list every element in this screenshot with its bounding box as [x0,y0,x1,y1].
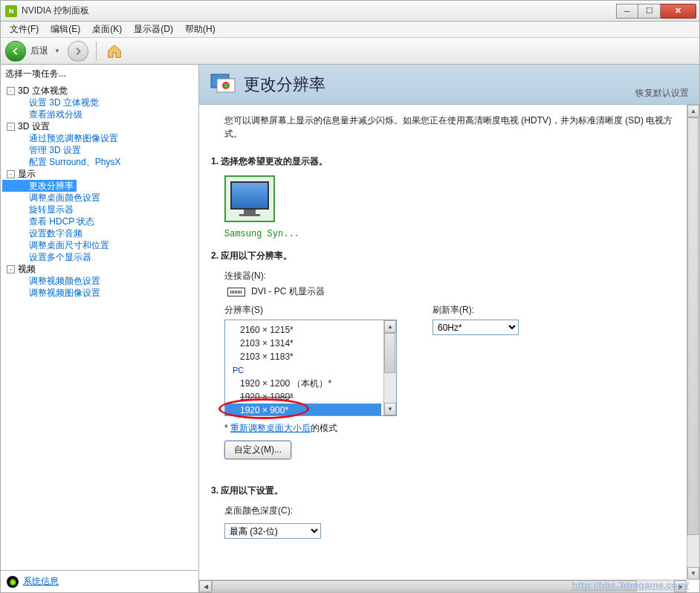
monitor-item[interactable] [224,175,275,222]
tree-leaf[interactable]: 通过预览调整图像设置 [2,132,198,144]
tree-branch-label: 视频 [18,263,36,275]
vscroll-up-icon[interactable]: ▲ [687,105,699,117]
color-depth-label: 桌面颜色深度(C): [224,505,686,517]
tree-toggle-icon[interactable]: - [7,123,15,131]
back-dropdown-icon[interactable]: ▼ [54,48,60,54]
tree-branch-label: 3D 设置 [18,120,50,132]
menu-file[interactable]: 文件(F) [5,22,43,37]
resolution-list[interactable]: ▲ ▼ 2160 × 1215*2103 × 1314*2103 × 1183*… [224,320,397,416]
tree-leaf[interactable]: 配置 Surround、PhysX [2,156,198,168]
tree-leaf[interactable]: 设置多个显示器 [2,251,198,263]
content-vertical-scrollbar[interactable]: ▲ ▼ [687,105,699,580]
tree-leaf[interactable]: 查看 HDCP 状态 [2,216,198,227]
vscroll-down-icon[interactable]: ▼ [687,567,699,580]
system-info-link[interactable]: 系统信息 [23,575,59,588]
note-prefix: * [224,423,230,433]
tree-leaf[interactable]: 管理 3D 设置 [2,144,198,156]
sidebar-title: 选择一项任务... [1,65,198,83]
tree-leaf[interactable]: 更改分辨率 [2,180,77,192]
refresh-rate-label: 刷新率(R): [432,305,474,315]
tree-leaf[interactable]: 旋转显示器 [2,204,198,216]
maximize-button[interactable]: ☐ [638,4,661,19]
resolution-item[interactable]: 1920 × 1200 （本机）* [225,377,396,390]
tree-branch[interactable]: -3D 立体视觉 [2,85,198,97]
toolbar: 后退 ▼ [0,37,700,65]
tree-branch[interactable]: -视频 [2,263,198,275]
resolution-item[interactable]: 1920 × 900* [225,404,381,416]
menu-bar: 文件(F) 编辑(E) 桌面(K) 显示器(D) 帮助(H) [0,22,700,37]
tree-toggle-icon[interactable]: - [7,170,15,178]
back-label: 后退 [30,45,48,57]
nvidia-badge-icon: ◉ [7,576,19,588]
resolution-item[interactable]: 2160 × 1215* [225,323,396,337]
resolution-label: 分辨率(S) [224,305,263,315]
scroll-down-icon[interactable]: ▼ [384,403,396,415]
task-tree: -3D 立体视觉设置 3D 立体视觉查看游戏分级-3D 设置通过预览调整图像设置… [1,83,198,570]
window-title: NVIDIA 控制面板 [22,4,616,17]
scroll-up-icon[interactable]: ▲ [384,320,396,333]
vscroll-thumb[interactable] [687,117,699,535]
window-controls: ─ ☐ ✕ [616,4,696,19]
monitor-caption: Samsung Syn... [224,229,686,239]
toolbar-separator [96,42,97,61]
resolution-item[interactable]: 2103 × 1183* [225,350,396,363]
menu-help[interactable]: 帮助(H) [181,22,220,37]
description-text: 您可以调整屏幕上显示的信息量并减少闪烁。如果您正在使用高清晰度电视 (HDTV)… [224,114,686,140]
resolution-group-label: PC [225,363,396,377]
page-title: 更改分辨率 [244,74,325,96]
sidebar: 选择一项任务... -3D 立体视觉设置 3D 立体视觉查看游戏分级-3D 设置… [1,65,199,592]
tree-leaf[interactable]: 调整桌面尺寸和位置 [2,239,198,251]
hscroll-left-icon[interactable]: ◀ [199,580,212,592]
note-link[interactable]: 重新调整桌面大小后 [230,423,311,433]
watermark-link: http://bbs.3dmgame.com/ [572,580,689,591]
content-body: 您可以调整屏幕上显示的信息量并减少闪烁。如果您正在使用高清晰度电视 (HDTV)… [199,105,699,577]
color-depth-select[interactable]: 最高 (32-位) [224,523,321,539]
tree-branch-label: 3D 立体视觉 [18,85,68,97]
tree-leaf[interactable]: 查看游戏分级 [2,108,198,120]
connector-value: DVI - PC 机显示器 [251,285,325,298]
resolution-list-scrollbar[interactable]: ▲ ▼ [383,320,396,415]
tree-branch[interactable]: -3D 设置 [2,120,198,132]
minimize-button[interactable]: ─ [616,4,638,19]
menu-desktop[interactable]: 桌面(K) [88,22,126,37]
monitor-screen-icon [230,181,269,210]
connector-label: 连接器(N): [224,270,686,282]
dvi-connector-icon [227,288,245,296]
change-resolution-icon [210,71,236,98]
step-1-title: 1. 选择您希望更改的显示器。 [211,155,686,168]
tree-leaf[interactable]: 调整桌面颜色设置 [2,192,198,204]
resolution-item[interactable]: 1920 × 1080* [225,390,396,404]
content-header: 更改分辨率 恢复默认设置 [199,65,699,105]
tree-leaf[interactable]: 设置数字音频 [2,227,198,239]
step-2-title: 2. 应用以下分辨率。 [211,250,686,262]
tree-toggle-icon[interactable]: - [7,265,15,273]
menu-edit[interactable]: 编辑(E) [46,22,85,37]
tree-leaf[interactable]: 调整视频颜色设置 [2,275,198,287]
main-area: 选择一项任务... -3D 立体视觉设置 3D 立体视觉查看游戏分级-3D 设置… [0,65,700,593]
svg-point-3 [224,83,228,88]
tree-branch[interactable]: -显示 [2,168,198,180]
custom-button[interactable]: 自定义(M)... [224,441,291,459]
forward-button[interactable] [68,41,88,62]
menu-display[interactable]: 显示器(D) [129,22,178,37]
tree-toggle-icon[interactable]: - [7,87,15,95]
nvidia-icon: N [5,5,17,17]
content-pane: 更改分辨率 恢复默认设置 您可以调整屏幕上显示的信息量并减少闪烁。如果您正在使用… [199,65,699,592]
scroll-thumb[interactable] [384,333,395,373]
step-3-title: 3. 应用以下设置。 [211,485,686,497]
tree-leaf[interactable]: 设置 3D 立体视觉 [2,97,198,108]
note-row: * 重新调整桌面大小后的模式 [224,422,397,435]
note-suffix: 的模式 [311,423,337,433]
title-bar: N NVIDIA 控制面板 ─ ☐ ✕ [0,0,700,22]
tree-branch-label: 显示 [18,168,36,180]
resolution-item[interactable]: 2103 × 1314* [225,337,396,350]
home-button[interactable] [104,41,125,62]
tree-leaf[interactable]: 调整视频图像设置 [2,287,198,299]
back-button[interactable] [5,41,26,62]
refresh-rate-select[interactable]: 60Hz* [432,320,519,335]
system-info-bar: ◉ 系统信息 [1,570,198,592]
close-button[interactable]: ✕ [661,4,696,19]
restore-defaults-link[interactable]: 恢复默认设置 [635,87,689,100]
